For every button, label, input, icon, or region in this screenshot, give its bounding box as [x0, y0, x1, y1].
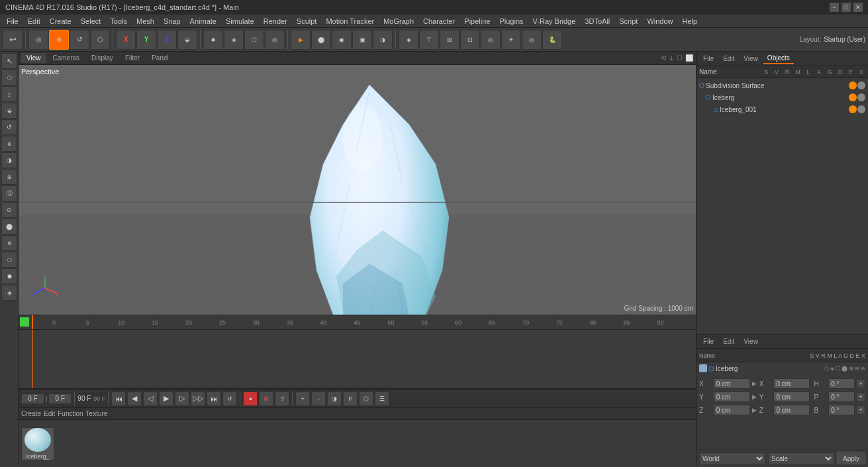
- tool-rivet[interactable]: ⬡: [1, 252, 17, 268]
- tool-soft-select[interactable]: ⬢: [1, 268, 17, 284]
- cm-tab-texture[interactable]: Texture: [86, 410, 108, 417]
- render-region-button[interactable]: ▣: [352, 30, 372, 50]
- goto-start-button[interactable]: ⏮: [111, 391, 126, 406]
- menu-edit[interactable]: Edit: [24, 16, 44, 26]
- menu-create[interactable]: Create: [46, 16, 75, 26]
- rt-tab-edit[interactable]: Edit: [719, 54, 738, 64]
- target-button[interactable]: ◎: [522, 30, 542, 50]
- coord-z-lock[interactable]: +: [856, 405, 865, 415]
- tool-sculpt[interactable]: ⚙: [1, 235, 17, 251]
- render-anim-button[interactable]: ◉: [332, 30, 352, 50]
- menu-render[interactable]: Render: [260, 16, 291, 26]
- menu-mesh[interactable]: Mesh: [132, 16, 158, 26]
- tool-workplane[interactable]: ⊞: [1, 169, 17, 185]
- rt-tab-file[interactable]: File: [699, 54, 718, 64]
- menu-mograph[interactable]: MoGraph: [379, 16, 418, 26]
- rt-tab-view[interactable]: View: [740, 54, 762, 64]
- coord-x-lock[interactable]: +: [856, 379, 865, 388]
- iceberg001-btn-2[interactable]: [857, 105, 865, 113]
- menu-animate[interactable]: Animate: [186, 16, 220, 26]
- rt-tab-objects[interactable]: Objects: [763, 53, 794, 64]
- tool-spline[interactable]: Ⓢ: [1, 185, 17, 201]
- coord-h-rot[interactable]: [828, 378, 855, 389]
- timeline-link-button[interactable]: ⬡: [359, 391, 373, 406]
- play-button[interactable]: ▶: [159, 391, 173, 406]
- scale-select[interactable]: Scale: [768, 452, 834, 464]
- motion-clip-button[interactable]: ◑: [327, 391, 342, 406]
- vp-icon-refresh[interactable]: ⟲: [661, 54, 666, 62]
- iceberg-btn-1[interactable]: [849, 93, 857, 101]
- world-space-select[interactable]: World: [699, 452, 765, 464]
- key-sel-button[interactable]: ?: [275, 391, 289, 406]
- viewport-obj-button[interactable]: ◎: [265, 30, 285, 50]
- top-button[interactable]: ⊤: [419, 30, 439, 50]
- 3d-viewport[interactable]: Perspective Grid Spacing : 1000 cm X Y Z: [19, 65, 696, 315]
- add-keyframe-button[interactable]: +: [295, 391, 310, 406]
- coord-p-rot[interactable]: [828, 391, 855, 402]
- vp-icon-save[interactable]: ⤓: [669, 54, 674, 62]
- render-view-button[interactable]: ▶: [291, 30, 311, 50]
- select-mode-button[interactable]: ◎: [28, 30, 48, 50]
- menu-file[interactable]: File: [3, 16, 23, 26]
- minimize-button[interactable]: −: [830, 3, 839, 12]
- loop-button[interactable]: ↺: [222, 391, 237, 406]
- axis-x-button[interactable]: X: [116, 30, 136, 50]
- tool-live-select[interactable]: ⬡: [1, 70, 17, 85]
- vp-tab-display[interactable]: Display: [86, 53, 119, 63]
- attr-tab-file[interactable]: File: [699, 337, 718, 346]
- menu-script[interactable]: Script: [615, 16, 642, 26]
- tool-scale[interactable]: ⬙: [1, 103, 17, 119]
- menu-select[interactable]: Select: [77, 16, 105, 26]
- undo-button[interactable]: ↩: [3, 30, 23, 50]
- next-frame-button[interactable]: ▷: [175, 391, 189, 406]
- cm-tab-create[interactable]: Create: [21, 410, 41, 417]
- del-keyframe-button[interactable]: -: [311, 391, 326, 406]
- obj-row-iceberg-001[interactable]: △ Iceberg_001: [698, 103, 867, 115]
- cm-tab-function[interactable]: Function: [58, 410, 83, 417]
- menu-help[interactable]: Help: [679, 16, 702, 26]
- menu-simulate[interactable]: Simulate: [222, 16, 258, 26]
- tool-rotate[interactable]: ↺: [1, 119, 17, 135]
- render-active-button[interactable]: ◑: [373, 30, 393, 50]
- tool-move[interactable]: ↕: [1, 86, 17, 102]
- tool-object-select[interactable]: ↖: [1, 53, 17, 69]
- nla-button[interactable]: P: [343, 391, 358, 406]
- material-iceberg[interactable]: Iceberg_: [21, 427, 54, 460]
- coord-z-scale[interactable]: [773, 405, 810, 415]
- auto-key-button[interactable]: ⚙: [259, 391, 273, 406]
- menu-motion-tracker[interactable]: Motion Tracker: [322, 16, 378, 26]
- attr-tab-edit[interactable]: Edit: [719, 337, 738, 346]
- play-reverse-button[interactable]: ◁: [143, 391, 158, 406]
- tool-magnet[interactable]: ⬤: [1, 219, 17, 234]
- current-frame-input[interactable]: [21, 393, 44, 404]
- python-button[interactable]: 🐍: [542, 30, 562, 50]
- scale-mode-button[interactable]: ⬡: [90, 30, 110, 50]
- vp-tab-view[interactable]: View: [21, 53, 46, 63]
- viewport-edges-button[interactable]: ◈: [224, 30, 244, 50]
- menu-window[interactable]: Window: [643, 16, 677, 26]
- vp-tab-cameras[interactable]: Cameras: [48, 53, 85, 63]
- subdiv-btn-2[interactable]: [857, 81, 865, 89]
- render-btn[interactable]: ⬤: [311, 30, 331, 50]
- vp-tab-panel[interactable]: Panel: [146, 53, 174, 63]
- subdiv-btn-1[interactable]: [849, 81, 857, 89]
- close-button[interactable]: ✕: [853, 3, 863, 12]
- menu-sculpt[interactable]: Sculpt: [293, 16, 321, 26]
- goto-end-button[interactable]: ⏭: [207, 391, 221, 406]
- move-mode-button[interactable]: ⊕: [49, 30, 69, 50]
- light-button[interactable]: ☀: [501, 30, 521, 50]
- menu-tools[interactable]: Tools: [106, 16, 131, 26]
- coord-x-scale[interactable]: [773, 378, 810, 389]
- iceberg-btn-2[interactable]: [857, 93, 865, 101]
- vp-icon-lock[interactable]: ☐: [677, 54, 683, 62]
- tool-material[interactable]: ◈: [1, 285, 17, 301]
- menu-3dto[interactable]: 3DToAll: [581, 16, 614, 26]
- apply-button[interactable]: Apply: [837, 452, 865, 464]
- axis-z-button[interactable]: Z: [157, 30, 177, 50]
- menu-character[interactable]: Character: [419, 16, 459, 26]
- timeline-tracks[interactable]: [19, 330, 696, 389]
- fast-forward-button[interactable]: ▷▷: [191, 391, 205, 406]
- camera-button[interactable]: ◎: [481, 30, 501, 50]
- rotate-mode-button[interactable]: ↺: [70, 30, 89, 50]
- prev-frame-button[interactable]: ◀: [127, 391, 142, 406]
